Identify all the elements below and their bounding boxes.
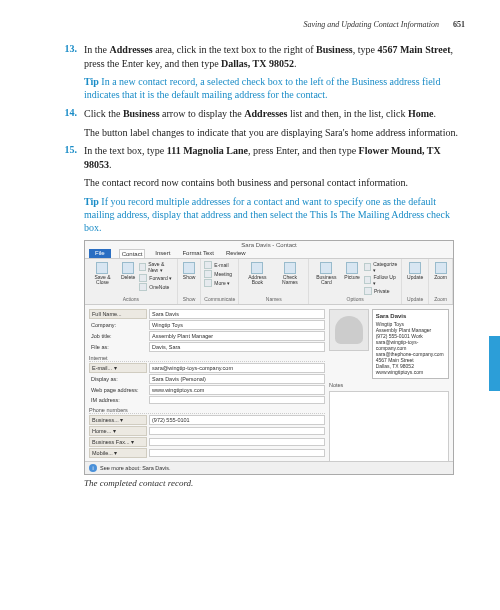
- forward-button[interactable]: Forward ▾: [139, 274, 173, 282]
- page-number: 651: [453, 20, 465, 29]
- meeting-button[interactable]: Meeting: [204, 270, 232, 278]
- phone-fax-button[interactable]: Business Fax... ▾: [89, 437, 147, 447]
- tab-contact[interactable]: Contact: [119, 249, 146, 258]
- tab-file[interactable]: File: [89, 249, 111, 258]
- tab-insert[interactable]: Insert: [153, 249, 172, 258]
- address-book-icon: [251, 262, 263, 274]
- file-as-label: File as:: [89, 343, 147, 351]
- email-icon: [204, 261, 212, 269]
- im-label: IM address:: [89, 396, 147, 404]
- paragraph: The contact record now contains both bus…: [84, 176, 465, 190]
- ribbon-group-update: Update Update: [402, 259, 429, 304]
- email-button[interactable]: E-mail... ▾: [89, 363, 147, 373]
- address-book-button[interactable]: Address Book: [242, 261, 272, 286]
- update-button[interactable]: Update: [405, 261, 425, 281]
- delete-button[interactable]: Delete: [119, 261, 137, 281]
- check-names-icon: [284, 262, 296, 274]
- step-text: Click the Business arrow to display the …: [84, 107, 465, 121]
- save-new-button[interactable]: Save & New ▾: [139, 261, 173, 273]
- more-button[interactable]: More ▾: [204, 279, 232, 287]
- paragraph: The button label changes to indicate tha…: [84, 126, 465, 140]
- ribbon-group-zoom: Zoom Zoom: [429, 259, 453, 304]
- zoom-icon: [435, 262, 447, 274]
- business-card-icon: [320, 262, 332, 274]
- meeting-icon: [204, 270, 212, 278]
- step-13: 13. In the Addresses area, click in the …: [55, 43, 465, 70]
- job-title-input[interactable]: Assembly Plant Manager: [149, 331, 325, 341]
- phone-business-button[interactable]: Business... ▾: [89, 415, 147, 425]
- ribbon-group-communicate: E-mail Meeting More ▾ Communicate: [201, 259, 239, 304]
- full-name-button[interactable]: Full Name...: [89, 309, 147, 319]
- info-icon: i: [89, 464, 97, 472]
- page-edge-tab: [489, 336, 500, 391]
- section-title: Saving and Updating Contact Information: [303, 20, 439, 29]
- phone-business-input[interactable]: (972) 555-0101: [149, 415, 325, 425]
- phone-home-button[interactable]: Home... ▾: [89, 426, 147, 436]
- figure-caption: The completed contact record.: [84, 478, 465, 488]
- ribbon-group-actions: Save & Close Delete Save & New ▾ Forward…: [85, 259, 178, 304]
- phone-mobile-input[interactable]: [149, 449, 325, 457]
- ribbon-group-options: Business Card Picture Categorize ▾ Follo…: [309, 259, 402, 304]
- step-15: 15. In the text box, type 111 Magnolia L…: [55, 144, 465, 171]
- file-as-input[interactable]: Davis, Sara: [149, 342, 325, 352]
- follow-up-button[interactable]: Follow Up ▾: [364, 274, 398, 286]
- full-name-input[interactable]: Sara Davis: [149, 309, 325, 319]
- web-label: Web page address:: [89, 386, 147, 394]
- ribbon-tabs: File Contact Insert Format Text Review: [85, 249, 453, 259]
- phone-fax-input[interactable]: [149, 438, 325, 446]
- delete-icon: [122, 262, 134, 274]
- im-input[interactable]: [149, 396, 325, 404]
- email-input[interactable]: sara@wingtip-toys-company.com: [149, 363, 325, 373]
- business-card-preview[interactable]: Sara Davis Wingtip Toys Assembly Plant M…: [372, 309, 449, 379]
- page-header: Saving and Updating Contact Information …: [55, 20, 465, 29]
- step-text: In the Addresses area, click in the text…: [84, 43, 465, 70]
- notes-label: Notes: [329, 382, 449, 388]
- categorize-button[interactable]: Categorize ▾: [364, 261, 398, 273]
- status-text: See more about: Sara Davis.: [100, 465, 171, 471]
- contact-form: Full Name...Sara Davis Company:Wingtip T…: [85, 305, 453, 475]
- web-input[interactable]: www.wingtiptoys.com: [149, 385, 325, 395]
- private-button[interactable]: Private: [364, 287, 398, 295]
- phones-section: Phone numbers: [89, 407, 325, 414]
- status-bar: i See more about: Sara Davis.: [85, 461, 453, 474]
- categorize-icon: [364, 263, 371, 271]
- tab-format-text[interactable]: Format Text: [180, 249, 216, 258]
- update-icon: [409, 262, 421, 274]
- ribbon-group-names: Address Book Check Names Names: [239, 259, 309, 304]
- phone-home-input[interactable]: [149, 427, 325, 435]
- contact-window: Sara Davis - Contact File Contact Insert…: [84, 240, 454, 475]
- check-names-button[interactable]: Check Names: [275, 261, 306, 286]
- tip-1: Tip In a new contact record, a selected …: [84, 75, 465, 101]
- phone-mobile-button[interactable]: Mobile... ▾: [89, 448, 147, 458]
- save-new-icon: [139, 263, 146, 271]
- lock-icon: [364, 287, 372, 295]
- internet-section: Internet: [89, 355, 325, 362]
- company-input[interactable]: Wingtip Toys: [149, 320, 325, 330]
- step-14: 14. Click the Business arrow to display …: [55, 107, 465, 121]
- step-number: 13.: [55, 43, 77, 70]
- onenote-button[interactable]: OneNote: [139, 283, 173, 291]
- save-icon: [96, 262, 108, 274]
- company-label: Company:: [89, 321, 147, 329]
- display-as-input[interactable]: Sara Davis (Personal): [149, 374, 325, 384]
- ribbon-group-show: Show Show: [178, 259, 202, 304]
- email-button[interactable]: E-mail: [204, 261, 232, 269]
- picture-icon: [346, 262, 358, 274]
- tab-review[interactable]: Review: [224, 249, 248, 258]
- contact-photo[interactable]: [329, 309, 369, 351]
- business-card-button[interactable]: Business Card: [312, 261, 340, 286]
- step-text: In the text box, type 111 Magnolia Lane,…: [84, 144, 465, 171]
- flag-icon: [364, 276, 372, 284]
- zoom-button[interactable]: Zoom: [432, 261, 449, 281]
- silhouette-icon: [335, 316, 363, 344]
- more-icon: [204, 279, 212, 287]
- picture-button[interactable]: Picture: [342, 261, 362, 281]
- display-as-label: Display as:: [89, 375, 147, 383]
- onenote-icon: [139, 283, 147, 291]
- forward-icon: [139, 274, 147, 282]
- job-title-label: Job title:: [89, 332, 147, 340]
- step-number: 14.: [55, 107, 77, 121]
- step-number: 15.: [55, 144, 77, 171]
- show-button[interactable]: Show: [181, 261, 198, 281]
- save-close-button[interactable]: Save & Close: [88, 261, 117, 286]
